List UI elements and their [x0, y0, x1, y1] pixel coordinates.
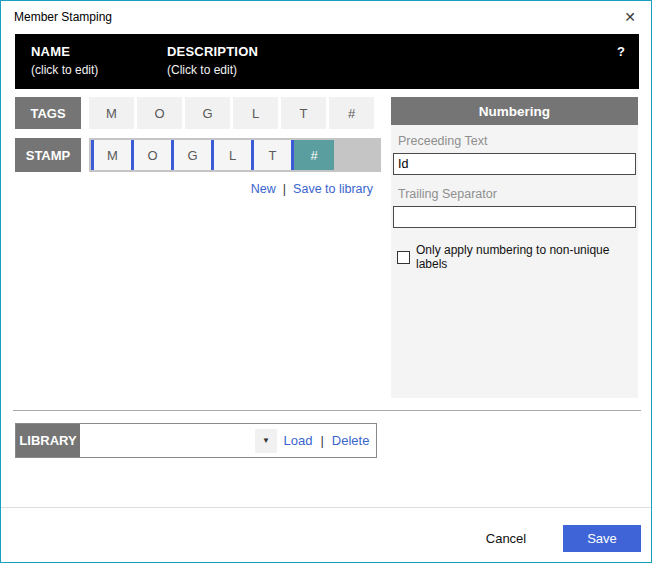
cancel-button[interactable]: Cancel — [476, 525, 536, 552]
name-label: NAME — [31, 44, 98, 59]
library-combobox[interactable] — [80, 424, 255, 457]
delete-link[interactable]: Delete — [332, 433, 370, 448]
help-icon[interactable]: ? — [617, 44, 625, 59]
tag-button-m[interactable]: M — [89, 97, 134, 129]
library-link-separator: | — [320, 433, 323, 448]
load-link[interactable]: Load — [284, 433, 313, 448]
tag-button-g[interactable]: G — [185, 97, 230, 129]
library-section-label: LIBRARY — [16, 424, 80, 457]
numbering-title: Numbering — [391, 97, 638, 125]
preceding-text-input[interactable] — [393, 153, 636, 175]
stamp-tile-o[interactable]: O — [131, 140, 171, 170]
stamp-section-label: STAMP — [15, 138, 81, 172]
stamp-tile-number-selected[interactable]: # — [291, 140, 334, 170]
stamp-tile-t[interactable]: T — [251, 140, 291, 170]
tag-button-l[interactable]: L — [233, 97, 278, 129]
close-icon[interactable]: ✕ — [617, 6, 643, 28]
library-links: Load | Delete — [277, 424, 376, 457]
trailing-separator-input[interactable] — [393, 206, 636, 228]
numbering-panel: Numbering Preceeding Text Trailing Separ… — [391, 97, 638, 398]
stamp-tile-m[interactable]: M — [91, 140, 131, 170]
description-edit-area[interactable]: DESCRIPTION (Click to edit) — [167, 44, 258, 77]
preceding-text-label: Preceeding Text — [398, 134, 487, 148]
member-stamping-dialog: Member Stamping ✕ NAME (click to edit) D… — [0, 0, 652, 563]
stamp-tile-g[interactable]: G — [171, 140, 211, 170]
save-to-library-link[interactable]: Save to library — [293, 182, 373, 196]
stamp-strip: M O G L T # — [89, 138, 381, 172]
tag-button-o[interactable]: O — [137, 97, 182, 129]
name-hint: (click to edit) — [31, 63, 98, 77]
window-title: Member Stamping — [14, 10, 112, 24]
tag-button-number[interactable]: # — [329, 97, 374, 129]
tag-button-t[interactable]: T — [281, 97, 326, 129]
footer-divider — [1, 507, 651, 508]
non-unique-checkbox[interactable] — [397, 251, 410, 264]
chevron-down-icon[interactable]: ▼ — [255, 429, 277, 453]
library-divider — [13, 410, 641, 411]
save-button[interactable]: Save — [563, 525, 641, 552]
name-edit-area[interactable]: NAME (click to edit) — [31, 44, 98, 77]
stamp-tile-l[interactable]: L — [211, 140, 251, 170]
tags-section-label: TAGS — [15, 97, 81, 129]
link-separator: | — [283, 182, 286, 196]
new-link[interactable]: New — [251, 182, 276, 196]
title-bar: Member Stamping ✕ — [1, 1, 651, 33]
stamp-header: NAME (click to edit) DESCRIPTION (Click … — [15, 34, 639, 89]
stamp-links-row: New | Save to library — [89, 180, 373, 198]
library-row: LIBRARY ▼ Load | Delete — [15, 423, 377, 458]
non-unique-checkbox-row[interactable]: Only apply numbering to non-unique label… — [397, 243, 638, 271]
description-label: DESCRIPTION — [167, 44, 258, 59]
description-hint: (Click to edit) — [167, 63, 258, 77]
non-unique-checkbox-label: Only apply numbering to non-unique label… — [416, 243, 638, 271]
trailing-separator-label: Trailing Separator — [398, 187, 497, 201]
